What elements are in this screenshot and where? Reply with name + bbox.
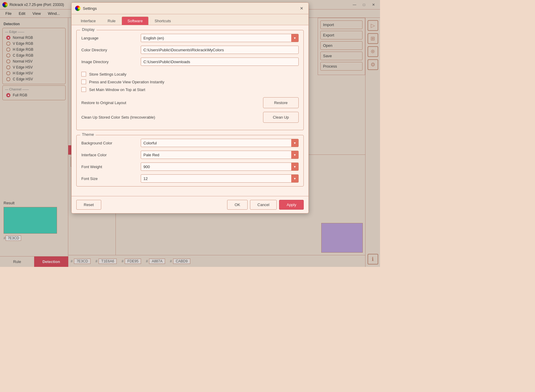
theme-section: Theme Background Color Colorful ▼ Interf… bbox=[76, 135, 304, 187]
bg-color-input[interactable]: Colorful ▼ bbox=[141, 139, 299, 147]
language-input[interactable]: English (en) ▼ bbox=[141, 34, 299, 42]
checkbox-main-window-top-label: Set Main Window on Top at Start bbox=[89, 87, 145, 92]
settings-dialog: Settings ✕ Interface Rule Software Short… bbox=[71, 2, 309, 213]
font-weight-value: 900 bbox=[141, 165, 291, 169]
checkbox-press-execute[interactable]: Press and Execute View Operation Instant… bbox=[81, 79, 299, 84]
checkbox-press-execute-box[interactable] bbox=[81, 79, 86, 84]
interface-color-dropdown-arrow[interactable]: ▼ bbox=[291, 151, 298, 159]
interface-color-value: Pale Red bbox=[141, 153, 291, 157]
font-size-value: 12 bbox=[141, 176, 291, 181]
restore-button[interactable]: Restore bbox=[263, 97, 299, 108]
tab-rule[interactable]: Rule bbox=[102, 17, 121, 25]
bg-color-dropdown-arrow[interactable]: ▼ bbox=[291, 139, 298, 147]
checkbox-store-settings-box[interactable] bbox=[81, 72, 86, 77]
tab-rule-label: Rule bbox=[108, 19, 116, 23]
font-size-dropdown-arrow[interactable]: ▼ bbox=[291, 174, 298, 183]
tab-interface[interactable]: Interface bbox=[75, 17, 102, 25]
image-dir-label: Image Directory bbox=[81, 60, 141, 64]
interface-color-label: Interface Color bbox=[81, 153, 141, 157]
cleanup-button[interactable]: Clean Up bbox=[263, 112, 299, 123]
display-section-title: Display bbox=[80, 27, 96, 32]
restore-row: Restore to Original Layout Restore bbox=[81, 97, 299, 108]
language-value: English (en) bbox=[141, 36, 291, 40]
ok-button[interactable]: OK bbox=[227, 200, 248, 210]
language-label: Language bbox=[81, 36, 141, 40]
language-row: Language English (en) ▼ bbox=[81, 34, 299, 42]
dialog-tab-strip: Interface Rule Software Shortcuts bbox=[72, 14, 308, 25]
dialog-close-button[interactable]: ✕ bbox=[298, 5, 305, 12]
font-weight-label: Font Weight bbox=[81, 165, 141, 169]
image-dir-input[interactable]: C:\Users\Public\Downloads bbox=[141, 58, 299, 66]
dialog-title: Settings bbox=[83, 6, 298, 11]
reset-button[interactable]: Reset bbox=[76, 200, 101, 210]
dialog-title-bar: Settings ✕ bbox=[72, 3, 308, 14]
color-dir-row: Color Directory C:\Users\Public\Document… bbox=[81, 46, 299, 54]
font-size-input[interactable]: 12 ▼ bbox=[141, 174, 299, 183]
display-section: Display Language English (en) ▼ Color Di… bbox=[76, 30, 304, 130]
color-dir-label: Color Directory bbox=[81, 48, 141, 52]
theme-section-title: Theme bbox=[80, 132, 96, 137]
checkbox-store-settings-label: Store Settings Locally bbox=[89, 72, 126, 77]
bg-color-row: Background Color Colorful ▼ bbox=[81, 139, 299, 147]
interface-color-row: Interface Color Pale Red ▼ bbox=[81, 151, 299, 159]
dialog-footer: Reset OK Cancel Apply bbox=[72, 196, 308, 213]
cleanup-label: Clean Up Stored Color Sets (Irrecoverabl… bbox=[81, 115, 155, 119]
font-weight-input[interactable]: 900 ▼ bbox=[141, 162, 299, 171]
tab-shortcuts[interactable]: Shortcuts bbox=[149, 17, 177, 25]
image-dir-value: C:\Users\Public\Downloads bbox=[141, 60, 298, 64]
checkbox-store-settings[interactable]: Store Settings Locally bbox=[81, 72, 299, 77]
restore-label: Restore to Original Layout bbox=[81, 101, 126, 105]
tab-software[interactable]: Software bbox=[122, 17, 148, 25]
bg-color-label: Background Color bbox=[81, 141, 141, 145]
dialog-icon bbox=[75, 6, 80, 11]
cleanup-row: Clean Up Stored Color Sets (Irrecoverabl… bbox=[81, 112, 299, 123]
checkbox-main-window-top-box[interactable] bbox=[81, 87, 86, 92]
checkbox-press-execute-label: Press and Execute View Operation Instant… bbox=[89, 80, 164, 84]
color-dir-input[interactable]: C:\Users\Public\Documents\Rickrack\MyCol… bbox=[141, 46, 299, 54]
color-dir-value: C:\Users\Public\Documents\Rickrack\MyCol… bbox=[141, 48, 298, 52]
font-size-row: Font Size 12 ▼ bbox=[81, 174, 299, 183]
dialog-overlay: Settings ✕ Interface Rule Software Short… bbox=[0, 0, 380, 267]
image-dir-row: Image Directory C:\Users\Public\Download… bbox=[81, 58, 299, 66]
tab-software-label: Software bbox=[127, 19, 143, 23]
font-weight-row: Font Weight 900 ▼ bbox=[81, 162, 299, 171]
interface-color-input[interactable]: Pale Red ▼ bbox=[141, 151, 299, 159]
font-size-label: Font Size bbox=[81, 176, 141, 181]
language-dropdown-arrow[interactable]: ▼ bbox=[291, 34, 298, 42]
app-background: Rickrack v2.7.25-pre (Port: 23333) — □ ✕… bbox=[0, 0, 380, 267]
bg-color-value: Colorful bbox=[141, 141, 291, 145]
tab-shortcuts-label: Shortcuts bbox=[155, 19, 171, 23]
cancel-button[interactable]: Cancel bbox=[250, 200, 277, 210]
dialog-content: Display Language English (en) ▼ Color Di… bbox=[72, 25, 308, 196]
apply-button[interactable]: Apply bbox=[279, 200, 304, 210]
font-weight-dropdown-arrow[interactable]: ▼ bbox=[291, 162, 298, 171]
checkbox-main-window-top[interactable]: Set Main Window on Top at Start bbox=[81, 87, 299, 92]
tab-interface-label: Interface bbox=[81, 19, 96, 23]
